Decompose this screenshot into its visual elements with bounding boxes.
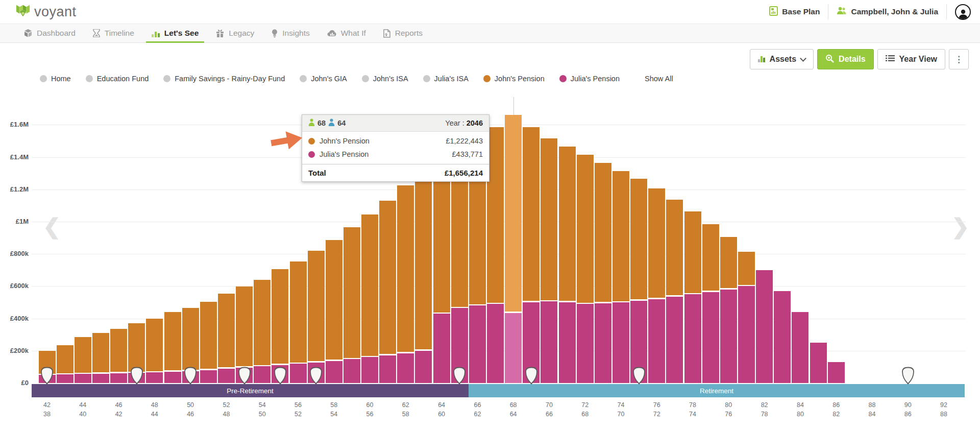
x-axis-label-julia: 52 [288, 411, 308, 418]
bar-julia-pension-age-60[interactable] [361, 357, 378, 383]
protection-shield-icon-age-55[interactable] [274, 367, 287, 385]
bar-julia-pension-age-49[interactable] [164, 372, 181, 383]
bar-julia-pension-age-51[interactable] [200, 370, 217, 383]
bar-john-pension-age-57[interactable] [308, 251, 325, 362]
bar-john-pension-age-47[interactable] [128, 323, 145, 372]
x-axis-label-julia: 86 [898, 411, 918, 418]
bar-julia-pension-age-44[interactable] [75, 374, 91, 383]
x-axis-label-john: 46 [109, 401, 129, 409]
bar-john-pension-age-63[interactable] [415, 173, 432, 350]
x-axis-label-julia: 40 [72, 411, 93, 418]
bar-julia-pension-age-85[interactable] [810, 343, 827, 383]
y-axis-label: £400k [0, 315, 29, 322]
bar-john-pension-age-70[interactable] [541, 138, 557, 301]
bar-julia-pension-age-86[interactable] [828, 362, 845, 383]
bar-john-pension-age-78[interactable] [684, 211, 701, 294]
bar-julia-pension-age-54[interactable] [254, 366, 271, 383]
bar-julia-pension-age-66[interactable] [469, 305, 486, 383]
bar-julia-pension-age-82[interactable] [756, 270, 773, 383]
bar-julia-pension-age-72[interactable] [577, 304, 594, 383]
bar-julia-pension-age-59[interactable] [344, 359, 360, 383]
bar-julia-pension-age-70[interactable] [541, 301, 557, 383]
bar-julia-pension-age-62[interactable] [397, 353, 414, 384]
bar-john-pension-age-52[interactable] [218, 294, 235, 368]
bar-john-pension-age-58[interactable] [326, 240, 342, 360]
bar-john-pension-age-44[interactable] [75, 337, 91, 373]
bar-john-pension-age-56[interactable] [290, 261, 307, 363]
bar-julia-pension-age-73[interactable] [595, 303, 611, 383]
x-axis-label-john: 66 [467, 401, 487, 409]
bar-john-pension-age-75[interactable] [630, 179, 647, 300]
protection-shield-icon-age-90[interactable] [901, 367, 915, 385]
bar-john-pension-age-69[interactable] [523, 127, 540, 301]
bar-john-pension-age-53[interactable] [236, 286, 253, 367]
bar-john-pension-age-68[interactable] [505, 115, 522, 312]
x-axis-label-john: 84 [790, 401, 811, 409]
protection-shield-icon-age-42[interactable] [40, 367, 54, 385]
bar-julia-pension-age-43[interactable] [57, 374, 74, 383]
bar-john-pension-age-60[interactable] [361, 214, 378, 356]
bar-julia-pension-age-71[interactable] [559, 302, 576, 383]
bar-john-pension-age-77[interactable] [666, 200, 683, 296]
bar-john-pension-age-55[interactable] [272, 269, 288, 364]
bar-john-pension-age-71[interactable] [559, 147, 576, 301]
tooltip-series-label: John's Pension [320, 137, 370, 145]
bar-john-pension-age-76[interactable] [648, 188, 665, 298]
bar-john-pension-age-81[interactable] [738, 252, 755, 285]
bar-john-pension-age-62[interactable] [397, 185, 414, 352]
bar-john-pension-age-61[interactable] [379, 201, 396, 354]
bar-john-pension-age-50[interactable] [182, 308, 199, 370]
bar-john-pension-age-79[interactable] [702, 224, 719, 291]
bar-julia-pension-age-84[interactable] [792, 312, 808, 383]
protection-shield-icon-age-57[interactable] [309, 367, 323, 385]
bar-julia-pension-age-83[interactable] [774, 291, 791, 383]
bar-julia-pension-age-79[interactable] [702, 292, 719, 384]
bar-john-pension-age-43[interactable] [57, 345, 74, 374]
bar-julia-pension-age-76[interactable] [648, 299, 665, 383]
bar-julia-pension-age-80[interactable] [720, 290, 737, 383]
protection-shield-icon-age-47[interactable] [130, 367, 143, 385]
bar-julia-pension-age-63[interactable] [415, 351, 432, 383]
bar-john-pension-age-59[interactable] [344, 227, 360, 359]
bar-john-pension-age-73[interactable] [595, 163, 611, 302]
chart-tooltip: 68 64 Year : 2046 John's Pension£1,222,4… [302, 114, 489, 182]
bar-john-pension-age-80[interactable] [720, 237, 737, 289]
protection-shield-icon-age-50[interactable] [184, 367, 197, 385]
x-axis-label-john: 92 [934, 401, 954, 409]
bar-john-pension-age-74[interactable] [612, 171, 629, 302]
bar-john-pension-age-51[interactable] [200, 302, 217, 370]
bar-julia-pension-age-74[interactable] [612, 302, 629, 383]
protection-shield-icon-age-69[interactable] [525, 367, 538, 385]
bar-julia-pension-age-61[interactable] [379, 355, 396, 383]
bar-julia-pension-age-48[interactable] [146, 372, 163, 383]
bar-julia-pension-age-52[interactable] [218, 369, 235, 383]
bar-john-pension-age-46[interactable] [110, 329, 127, 372]
bar-john-pension-age-49[interactable] [164, 312, 181, 371]
x-axis-label-julia: 42 [109, 411, 129, 418]
bar-julia-pension-age-67[interactable] [487, 304, 504, 383]
bar-julia-pension-age-78[interactable] [684, 294, 701, 383]
bar-julia-pension-age-77[interactable] [666, 297, 683, 383]
bar-john-pension-age-72[interactable] [577, 155, 594, 303]
x-axis-label-julia: 62 [467, 411, 487, 418]
bar-john-pension-age-45[interactable] [92, 333, 109, 373]
bar-julia-pension-age-81[interactable] [738, 286, 755, 383]
protection-shield-icon-age-65[interactable] [453, 367, 466, 385]
bar-julia-pension-age-58[interactable] [326, 361, 342, 383]
chart-scroll-right-icon[interactable]: ❯ [951, 217, 969, 237]
voyant-app: voyant Base Plan Campbell, John & Julia [0, 0, 980, 430]
y-axis-label: £0 [0, 379, 29, 387]
x-axis-label-john: 86 [826, 401, 846, 409]
protection-shield-icon-age-53[interactable] [238, 367, 251, 385]
protection-shield-icon-age-75[interactable] [632, 367, 646, 385]
bar-julia-pension-age-64[interactable] [433, 314, 450, 383]
bar-julia-pension-age-68[interactable] [505, 313, 522, 383]
chart-scroll-left-icon[interactable]: ❮ [43, 217, 61, 237]
bar-julia-pension-age-56[interactable] [290, 364, 307, 383]
bar-julia-pension-age-45[interactable] [92, 374, 109, 383]
x-axis-label-john: 88 [862, 401, 882, 409]
bar-john-pension-age-48[interactable] [146, 319, 163, 372]
bar-john-pension-age-54[interactable] [254, 280, 271, 366]
bar-julia-pension-age-46[interactable] [110, 373, 127, 383]
x-axis-label-julia: 60 [431, 411, 452, 418]
